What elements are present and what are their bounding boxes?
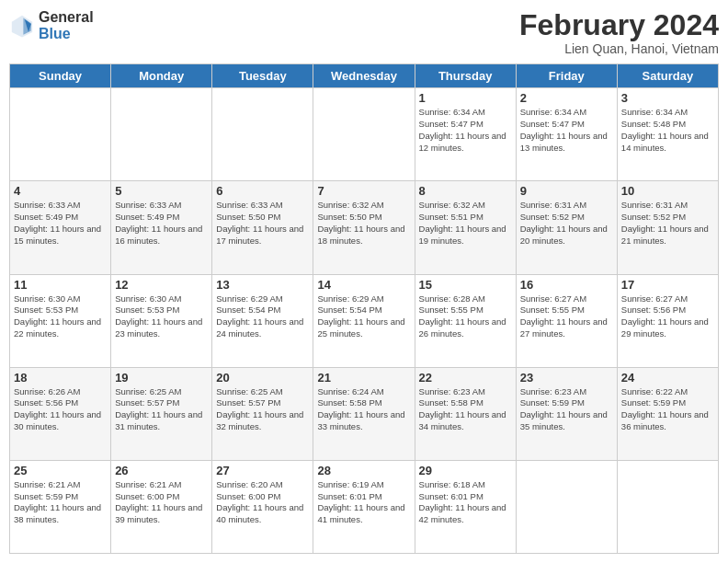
logo-text: General Blue (39, 9, 94, 41)
day-info: Sunrise: 6:25 AMSunset: 5:57 PMDaylight:… (216, 386, 309, 433)
day-number: 22 (419, 371, 512, 385)
day-info: Sunrise: 6:31 AMSunset: 5:52 PMDaylight:… (621, 200, 714, 247)
calendar-cell: 19Sunrise: 6:25 AMSunset: 5:57 PMDayligh… (111, 367, 212, 460)
day-info: Sunrise: 6:27 AMSunset: 5:56 PMDaylight:… (621, 293, 714, 340)
day-number: 25 (14, 464, 107, 477)
location-subtitle: Lien Quan, Hanoi, Vietnam (519, 41, 719, 56)
calendar-week-2: 11Sunrise: 6:30 AMSunset: 5:53 PMDayligh… (10, 274, 719, 367)
day-number: 17 (621, 278, 714, 292)
calendar-week-0: 1Sunrise: 6:34 AMSunset: 5:47 PMDaylight… (10, 88, 719, 181)
calendar-cell: 3Sunrise: 6:34 AMSunset: 5:48 PMDaylight… (617, 88, 718, 181)
day-number: 21 (317, 371, 410, 385)
weekday-header-friday: Friday (516, 64, 617, 88)
day-number: 9 (520, 184, 613, 198)
day-info: Sunrise: 6:34 AMSunset: 5:47 PMDaylight:… (419, 107, 512, 154)
day-info: Sunrise: 6:28 AMSunset: 5:55 PMDaylight:… (419, 293, 512, 340)
day-info: Sunrise: 6:33 AMSunset: 5:50 PMDaylight:… (216, 200, 309, 247)
day-number: 29 (419, 464, 512, 477)
day-number: 4 (14, 184, 107, 198)
day-info: Sunrise: 6:19 AMSunset: 6:01 PMDaylight:… (317, 479, 410, 526)
day-info: Sunrise: 6:30 AMSunset: 5:53 PMDaylight:… (14, 293, 107, 340)
day-number: 19 (115, 371, 208, 385)
day-info: Sunrise: 6:33 AMSunset: 5:49 PMDaylight:… (14, 200, 107, 247)
calendar-cell: 18Sunrise: 6:26 AMSunset: 5:56 PMDayligh… (10, 367, 111, 460)
day-info: Sunrise: 6:23 AMSunset: 5:58 PMDaylight:… (419, 386, 512, 433)
day-number: 3 (621, 91, 714, 105)
day-number: 15 (419, 278, 512, 292)
calendar-cell: 9Sunrise: 6:31 AMSunset: 5:52 PMDaylight… (516, 181, 617, 274)
day-info: Sunrise: 6:21 AMSunset: 6:00 PMDaylight:… (115, 479, 208, 526)
calendar-cell: 17Sunrise: 6:27 AMSunset: 5:56 PMDayligh… (617, 274, 718, 367)
day-number: 5 (115, 184, 208, 198)
calendar-cell: 10Sunrise: 6:31 AMSunset: 5:52 PMDayligh… (617, 181, 718, 274)
day-number: 1 (419, 91, 512, 105)
day-number: 28 (317, 464, 410, 477)
calendar-cell: 8Sunrise: 6:32 AMSunset: 5:51 PMDaylight… (415, 181, 516, 274)
day-info: Sunrise: 6:23 AMSunset: 5:59 PMDaylight:… (520, 386, 613, 433)
day-info: Sunrise: 6:32 AMSunset: 5:50 PMDaylight:… (317, 200, 410, 247)
calendar-cell: 20Sunrise: 6:25 AMSunset: 5:57 PMDayligh… (212, 367, 313, 460)
day-info: Sunrise: 6:24 AMSunset: 5:58 PMDaylight:… (317, 386, 410, 433)
day-number: 24 (621, 371, 714, 385)
calendar-cell: 6Sunrise: 6:33 AMSunset: 5:50 PMDaylight… (212, 181, 313, 274)
calendar-cell: 29Sunrise: 6:18 AMSunset: 6:01 PMDayligh… (415, 460, 516, 553)
calendar-week-3: 18Sunrise: 6:26 AMSunset: 5:56 PMDayligh… (10, 367, 719, 460)
day-info: Sunrise: 6:31 AMSunset: 5:52 PMDaylight:… (520, 200, 613, 247)
calendar-cell: 26Sunrise: 6:21 AMSunset: 6:00 PMDayligh… (111, 460, 212, 553)
calendar-cell: 1Sunrise: 6:34 AMSunset: 5:47 PMDaylight… (415, 88, 516, 181)
calendar-cell: 28Sunrise: 6:19 AMSunset: 6:01 PMDayligh… (313, 460, 415, 553)
day-number: 6 (216, 184, 309, 198)
day-number: 27 (216, 464, 309, 477)
calendar-cell: 2Sunrise: 6:34 AMSunset: 5:47 PMDaylight… (516, 88, 617, 181)
day-info: Sunrise: 6:18 AMSunset: 6:01 PMDaylight:… (419, 479, 512, 526)
day-number: 11 (14, 278, 107, 292)
day-number: 18 (14, 371, 107, 385)
day-info: Sunrise: 6:26 AMSunset: 5:56 PMDaylight:… (14, 386, 107, 433)
day-number: 12 (115, 278, 208, 292)
day-info: Sunrise: 6:33 AMSunset: 5:49 PMDaylight:… (115, 200, 208, 247)
calendar-week-4: 25Sunrise: 6:21 AMSunset: 5:59 PMDayligh… (10, 460, 719, 553)
day-number: 2 (520, 91, 613, 105)
day-number: 8 (419, 184, 512, 198)
calendar-cell: 11Sunrise: 6:30 AMSunset: 5:53 PMDayligh… (10, 274, 111, 367)
day-number: 20 (216, 371, 309, 385)
calendar-cell: 21Sunrise: 6:24 AMSunset: 5:58 PMDayligh… (313, 367, 415, 460)
day-number: 13 (216, 278, 309, 292)
logo: General Blue (9, 9, 94, 41)
title-block: February 2024 Lien Quan, Hanoi, Vietnam (519, 9, 719, 56)
day-info: Sunrise: 6:29 AMSunset: 5:54 PMDaylight:… (317, 293, 410, 340)
calendar-cell (516, 460, 617, 553)
calendar-cell: 24Sunrise: 6:22 AMSunset: 5:59 PMDayligh… (617, 367, 718, 460)
calendar-cell: 27Sunrise: 6:20 AMSunset: 6:00 PMDayligh… (212, 460, 313, 553)
day-number: 10 (621, 184, 714, 198)
day-info: Sunrise: 6:25 AMSunset: 5:57 PMDaylight:… (115, 386, 208, 433)
calendar-cell: 14Sunrise: 6:29 AMSunset: 5:54 PMDayligh… (313, 274, 415, 367)
day-info: Sunrise: 6:34 AMSunset: 5:48 PMDaylight:… (621, 107, 714, 154)
day-number: 23 (520, 371, 613, 385)
header: General Blue February 2024 Lien Quan, Ha… (9, 9, 719, 56)
weekday-header-monday: Monday (111, 64, 212, 88)
day-info: Sunrise: 6:34 AMSunset: 5:47 PMDaylight:… (520, 107, 613, 154)
calendar-cell: 7Sunrise: 6:32 AMSunset: 5:50 PMDaylight… (313, 181, 415, 274)
day-info: Sunrise: 6:22 AMSunset: 5:59 PMDaylight:… (621, 386, 714, 433)
day-info: Sunrise: 6:32 AMSunset: 5:51 PMDaylight:… (419, 200, 512, 247)
day-info: Sunrise: 6:21 AMSunset: 5:59 PMDaylight:… (14, 479, 107, 526)
calendar-cell: 16Sunrise: 6:27 AMSunset: 5:55 PMDayligh… (516, 274, 617, 367)
calendar-cell: 13Sunrise: 6:29 AMSunset: 5:54 PMDayligh… (212, 274, 313, 367)
calendar-cell (617, 460, 718, 553)
calendar-cell: 25Sunrise: 6:21 AMSunset: 5:59 PMDayligh… (10, 460, 111, 553)
weekday-header-thursday: Thursday (415, 64, 516, 88)
calendar-cell: 23Sunrise: 6:23 AMSunset: 5:59 PMDayligh… (516, 367, 617, 460)
calendar-week-1: 4Sunrise: 6:33 AMSunset: 5:49 PMDaylight… (10, 181, 719, 274)
calendar-cell (313, 88, 415, 181)
weekday-header-sunday: Sunday (10, 64, 111, 88)
day-number: 7 (317, 184, 410, 198)
weekday-header-row: SundayMondayTuesdayWednesdayThursdayFrid… (10, 64, 719, 88)
logo-icon (9, 13, 35, 39)
day-info: Sunrise: 6:27 AMSunset: 5:55 PMDaylight:… (520, 293, 613, 340)
weekday-header-tuesday: Tuesday (212, 64, 313, 88)
weekday-header-wednesday: Wednesday (313, 64, 415, 88)
day-number: 14 (317, 278, 410, 292)
calendar-cell (212, 88, 313, 181)
calendar-cell: 5Sunrise: 6:33 AMSunset: 5:49 PMDaylight… (111, 181, 212, 274)
